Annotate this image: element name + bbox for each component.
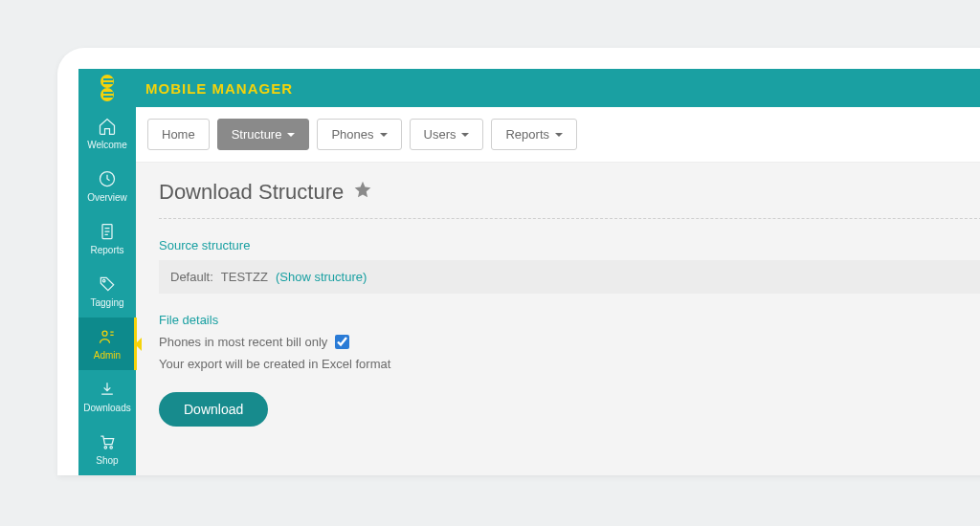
tag-icon	[98, 274, 117, 294]
svg-point-1	[100, 88, 114, 101]
svg-point-0	[100, 75, 114, 88]
page-title-text: Download Structure	[159, 180, 344, 205]
sidebar-item-overview[interactable]: Overview	[78, 160, 136, 212]
default-label: Default:	[170, 270, 213, 284]
source-structure-heading: Source structure	[159, 238, 980, 252]
tab-label: Structure	[232, 127, 282, 142]
sidebar-item-downloads[interactable]: Downloads	[78, 370, 136, 423]
sidebar-item-admin[interactable]: Admin	[78, 318, 136, 370]
sidebar-item-label: Downloads	[83, 403, 130, 413]
svg-rect-4	[103, 92, 113, 94]
ee-logo	[78, 69, 136, 107]
recent-bill-checkbox[interactable]	[335, 335, 349, 349]
chevron-down-icon	[380, 133, 388, 137]
tab-home[interactable]: Home	[147, 119, 210, 150]
svg-point-10	[104, 447, 107, 449]
sidebar-item-welcome[interactable]: Welcome	[78, 107, 136, 160]
sidebar-item-label: Overview	[87, 192, 127, 203]
file-details-heading: File details	[159, 313, 980, 327]
brand-bar: MOBILE MANAGER	[78, 69, 980, 107]
app-title: MOBILE MANAGER	[145, 80, 293, 97]
page-title: Download Structure	[159, 180, 980, 219]
sidebar-item-tagging[interactable]: Tagging	[78, 265, 136, 318]
svg-point-9	[102, 331, 107, 336]
sidebar-item-shop[interactable]: Shop	[78, 423, 136, 475]
tab-label: Phones	[331, 127, 373, 142]
svg-rect-5	[103, 96, 113, 98]
document-icon	[98, 222, 117, 241]
clock-icon	[98, 169, 117, 188]
svg-rect-3	[103, 82, 113, 84]
checkbox-label: Phones in most recent bill only	[159, 335, 327, 349]
cart-icon	[98, 432, 117, 451]
admin-icon	[98, 327, 117, 346]
sidebar: Welcome Overview Reports Tagging Admin D…	[78, 107, 136, 475]
tab-label: Reports	[505, 127, 549, 142]
chevron-down-icon	[555, 133, 563, 137]
download-icon	[98, 380, 117, 399]
sidebar-item-label: Admin	[94, 350, 121, 361]
sidebar-item-label: Tagging	[90, 297, 123, 308]
export-note: Your export will be created in Excel for…	[159, 357, 980, 371]
main-area: Home Structure Phones Users Reports Down…	[136, 107, 980, 475]
tab-bar: Home Structure Phones Users Reports	[136, 107, 980, 163]
default-value: TESTZZ	[221, 270, 268, 284]
download-button[interactable]: Download	[159, 392, 268, 427]
tab-label: Users	[424, 127, 457, 142]
tab-phones[interactable]: Phones	[317, 119, 401, 150]
content: Download Structure Source structure Defa…	[136, 163, 980, 444]
source-structure-box: Default: TESTZZ (Show structure)	[159, 260, 980, 294]
sidebar-item-label: Reports	[90, 245, 123, 255]
svg-point-8	[102, 279, 105, 282]
tab-reports[interactable]: Reports	[491, 119, 577, 150]
home-icon	[98, 117, 117, 136]
show-structure-link[interactable]: (Show structure)	[276, 270, 367, 284]
sidebar-item-label: Welcome	[87, 140, 127, 150]
chevron-down-icon	[461, 133, 469, 137]
sidebar-item-reports[interactable]: Reports	[78, 212, 136, 265]
star-icon[interactable]	[353, 180, 372, 205]
chevron-down-icon	[287, 133, 295, 137]
svg-point-11	[110, 447, 113, 449]
tab-structure[interactable]: Structure	[217, 119, 310, 150]
tab-users[interactable]: Users	[410, 119, 484, 150]
checkbox-row: Phones in most recent bill only	[159, 335, 980, 349]
sidebar-item-label: Shop	[96, 455, 118, 466]
tab-label: Home	[162, 127, 195, 142]
svg-rect-2	[103, 78, 113, 80]
